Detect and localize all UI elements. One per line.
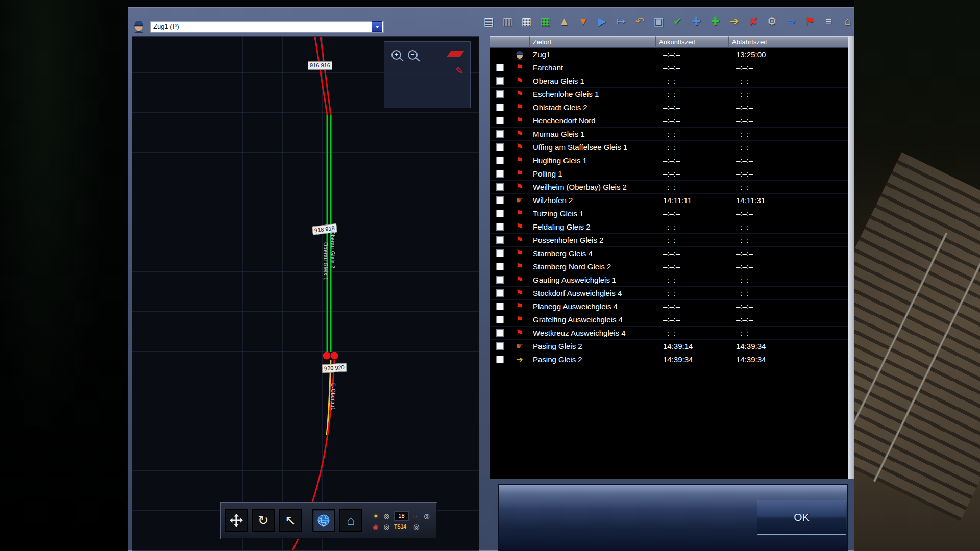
grid-green-icon[interactable]: ▦ (537, 13, 553, 29)
table-row[interactable]: ⚑Murnau Gleis 1–:–:––:–:– (490, 128, 848, 141)
indicator-circle-icon[interactable]: ◎ (413, 523, 419, 530)
grid-icon[interactable]: ▦ (519, 13, 534, 29)
table-row[interactable]: ⚑Huglfing Gleis 1–:–:––:–:– (490, 154, 848, 167)
row-checkbox[interactable] (496, 64, 504, 71)
globe-button[interactable] (312, 509, 335, 532)
table-row[interactable]: ⚑Uffing am Staffelsee Gleis 1–:–:––:–:– (490, 141, 848, 154)
row-checkbox[interactable] (496, 170, 504, 178)
select-button[interactable]: ↖ (279, 509, 302, 532)
row-checkbox[interactable] (496, 130, 504, 138)
table-row[interactable]: ➔Pasing Gleis 214:39:3414:39:34 (490, 353, 848, 366)
departure-cell: –:–:– (729, 315, 803, 324)
stop-flag-icon: ⚑ (516, 209, 523, 218)
jump-icon[interactable]: ⇒ (783, 13, 799, 29)
table-row[interactable]: ⚑Stockdorf Ausweichgleis 4–:–:––:–:– (490, 287, 848, 300)
edit-pencil-icon[interactable]: ✎ (455, 65, 463, 77)
departure-cell: –:–:– (729, 183, 803, 191)
confirm-edit-icon[interactable]: ✔ (670, 13, 685, 29)
zoom-out-icon[interactable] (408, 50, 418, 60)
flag-icon[interactable]: ⚑ (802, 13, 818, 29)
indicator-circle-icon[interactable]: ◎ (384, 523, 389, 530)
indicator-dim-icon[interactable]: ◌ (413, 513, 419, 519)
keyboard-icon[interactable]: ≡ (821, 13, 837, 29)
table-row[interactable]: ⚑Polling 1–:–:––:–:– (490, 167, 848, 181)
table-row[interactable]: ⚑Oberau Gleis 1–:–:––:–:– (490, 74, 848, 88)
train-dropdown-button[interactable] (372, 21, 382, 32)
row-checkbox[interactable] (496, 316, 504, 323)
table-row[interactable]: ⚑Grafelfing Ausweichgleis 4–:–:––:–:– (490, 313, 848, 327)
table-row[interactable]: ⚑Westkreuz Ausweichgleis 4–:–:––:–:– (490, 327, 848, 340)
table-scrollbar[interactable] (848, 36, 854, 479)
row-checkbox[interactable] (496, 196, 504, 204)
expand-icon[interactable]: ✚ (689, 13, 704, 29)
table-row[interactable]: ⚑Possenhofen Gleis 2–:–:––:–:– (490, 234, 848, 247)
row-checkbox[interactable] (496, 236, 504, 244)
indicator-circle-icon[interactable]: ◎ (384, 513, 389, 519)
table-row[interactable]: ⚑Farchant–:–:––:–:– (490, 61, 848, 74)
depot-icon[interactable]: ⌂ (840, 13, 855, 29)
home-button[interactable]: ⌂ (339, 509, 362, 532)
stop-flag-icon: ⚑ (516, 302, 523, 311)
eraser-icon[interactable] (447, 51, 464, 57)
table-row[interactable]: ⚑Eschenlohe Gleis 1–:–:––:–:– (490, 88, 848, 101)
row-checkbox[interactable] (496, 104, 504, 111)
settings-icon[interactable]: ⚙ (764, 13, 780, 29)
table-row[interactable]: ⚑Weilheim (Oberbay) Gleis 2–:–:––:–:– (490, 181, 848, 194)
row-checkbox[interactable] (496, 223, 504, 231)
table-row[interactable]: ⚑Ohlstadt Gleis 2–:–:––:–:– (490, 101, 848, 114)
row-checkbox[interactable] (496, 77, 504, 85)
table-row[interactable]: ⚑Starnberg Gleis 4–:–:––:–:– (490, 247, 848, 260)
table-row[interactable]: ⚑Tutzing Gleis 1–:–:––:–:– (490, 207, 848, 220)
signal-red-icon[interactable]: ◉ (373, 523, 379, 530)
table-row[interactable]: Zug1–:–:–13:25:00 (490, 48, 848, 61)
insert-stop-icon[interactable]: ✚ (707, 13, 723, 29)
table-row[interactable]: ⚑Planegg Ausweichgleis 4–:–:––:–:– (490, 300, 848, 313)
arrival-cell: –:–:– (656, 289, 729, 297)
rotate-button[interactable]: ↻ (252, 509, 275, 532)
row-checkbox[interactable] (496, 117, 504, 124)
row-checkbox[interactable] (496, 276, 504, 284)
zoom-in-icon[interactable] (391, 50, 401, 60)
table-row[interactable]: ☛Wilzhofen 214:11:1114:11:31 (490, 194, 848, 207)
delete-icon[interactable]: ▥ (500, 13, 516, 29)
row-checkbox[interactable] (496, 303, 504, 310)
table-row[interactable]: ⚑Starnberg Nord Gleis 2–:–:––:–:– (490, 260, 848, 273)
move-down-icon[interactable]: ▼ (575, 13, 591, 29)
signal-yellow-icon[interactable]: ✶ (373, 512, 379, 520)
row-checkbox[interactable] (496, 143, 504, 151)
table-row[interactable]: ☛Pasing Gleis 214:39:1414:39:34 (490, 340, 848, 353)
table-row[interactable]: ⚑Feldafing Gleis 2–:–:––:–:– (490, 220, 848, 234)
append-stop-icon[interactable]: ➔ (726, 13, 742, 29)
step-to-end-icon[interactable]: ↦ (613, 13, 629, 29)
copy-icon[interactable]: ▣ (651, 13, 667, 29)
indicator-circle-icon[interactable]: ◎ (424, 513, 429, 519)
row-checkbox[interactable] (496, 263, 504, 270)
table-row[interactable]: ⚑Gauting Ausweichgleis 1–:–:––:–:– (490, 273, 848, 287)
header-abfahrtszeit[interactable]: Abfahrtszeit (729, 36, 803, 48)
row-checkbox[interactable] (496, 90, 504, 98)
remove-stop-icon[interactable]: ✘ (745, 13, 761, 29)
row-checkbox[interactable] (496, 356, 504, 363)
row-checkbox[interactable] (496, 329, 504, 337)
header-ankunftszeit[interactable]: Ankunftszeit (656, 36, 729, 48)
row-checkbox[interactable] (496, 289, 504, 297)
globe-icon (317, 514, 330, 527)
step-forward-icon[interactable]: ▶ (594, 13, 610, 29)
header-zielort[interactable]: Zielort (530, 36, 656, 48)
row-checkbox[interactable] (496, 210, 504, 217)
row-checkbox[interactable] (496, 157, 504, 164)
route-arrow-icon: ➔ (516, 356, 523, 364)
save-icon[interactable]: ▤ (481, 13, 497, 29)
track-map[interactable]: 916 916 918 918 920 920 Oberau Gleis 2 O… (132, 36, 479, 551)
table-row[interactable]: ⚑Henchendorf Nord–:–:––:–:– (490, 114, 848, 128)
train-selector[interactable]: Zug1 (P) (150, 21, 383, 32)
row-checkbox[interactable] (496, 183, 504, 191)
row-checkbox[interactable] (496, 342, 504, 350)
stop-flag-icon: ⚑ (516, 90, 523, 98)
row-checkbox[interactable] (496, 249, 504, 257)
undo-icon[interactable]: ↶ (632, 13, 648, 29)
pan-button[interactable] (225, 509, 248, 532)
ok-button[interactable]: OK (757, 500, 846, 535)
move-up-icon[interactable]: ▲ (556, 13, 572, 29)
departure-cell: –:–:– (729, 209, 803, 218)
